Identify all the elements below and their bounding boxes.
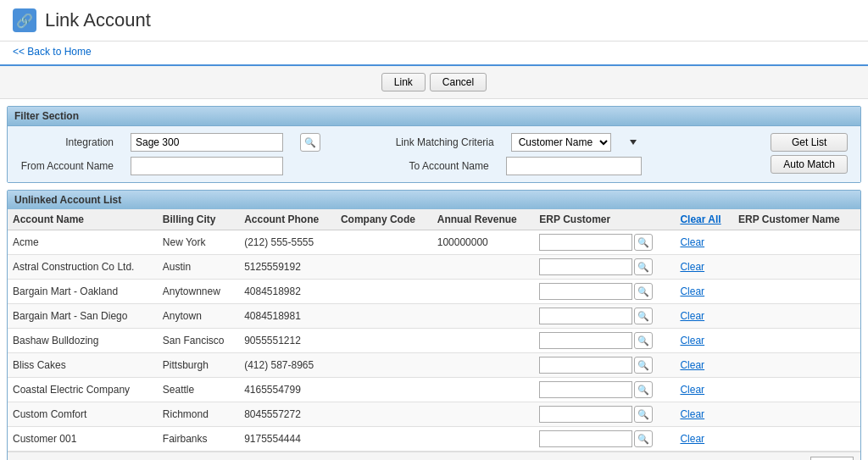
cell-annual-revenue [432,255,535,280]
to-account-input[interactable] [506,157,642,175]
cell-billing-city: Pittsburgh [158,353,239,378]
cell-company-code [336,427,432,452]
filter-section: Filter Section Integration 🔍 From Accoun… [7,106,861,183]
filter-body: Integration 🔍 From Account Name Link Mat… [8,126,860,182]
get-list-button[interactable]: Get List [771,133,848,152]
list-section-header: Unlinked Account List [8,191,860,209]
filter-actions: Get List Auto Match [771,133,848,174]
cell-erp-customer: 🔍 [534,255,675,280]
cell-annual-revenue [432,329,535,353]
erp-search-button-7[interactable]: 🔍 [634,406,653,423]
top-link-button[interactable]: Link [381,73,426,91]
accounts-table: Account Name Billing City Account Phone … [8,209,860,452]
erp-search-button-8[interactable]: 🔍 [634,430,653,447]
cell-account-name: Bliss Cakes [8,353,158,378]
cell-erp-customer-name [733,230,860,255]
cell-account-name: Astral Construction Co Ltd. [8,255,158,280]
cell-company-code [336,255,432,280]
erp-search-button-4[interactable]: 🔍 [634,332,653,349]
erp-customer-input-5[interactable] [539,357,632,374]
col-erp-customer-name: ERP Customer Name [733,209,860,230]
erp-customer-input-2[interactable] [539,283,632,300]
erp-search-button-3[interactable]: 🔍 [634,308,653,324]
clear-link-5[interactable]: Clear [680,359,704,371]
clear-link-4[interactable]: Clear [680,335,704,346]
cell-company-code [336,353,432,378]
page-size-select[interactable]: 10 25 50 100 [810,457,854,460]
cell-billing-city: New York [158,230,239,255]
erp-search-button-5[interactable]: 🔍 [634,357,653,374]
erp-customer-input-4[interactable] [539,332,632,349]
header-icon: 🔗 [13,8,36,32]
clear-link-8[interactable]: Clear [680,433,704,445]
table-row: Coastal Electric Company Seattle 4165554… [8,378,860,402]
erp-search-button-1[interactable]: 🔍 [634,258,653,275]
from-account-input[interactable] [131,157,283,175]
top-action-bar: Link Cancel [0,64,868,99]
erp-customer-input-6[interactable] [539,381,632,398]
col-clear-all: Clear All [675,209,733,230]
erp-customer-input-8[interactable] [539,430,632,447]
cell-account-phone: 4084518981 [239,304,336,329]
auto-match-button[interactable]: Auto Match [771,155,848,174]
erp-search-button-6[interactable]: 🔍 [634,381,653,398]
cell-clear: Clear [675,402,733,427]
integration-search-button[interactable]: 🔍 [300,133,320,152]
erp-customer-input-1[interactable] [539,258,632,275]
top-cancel-button[interactable]: Cancel [430,73,487,91]
cell-erp-customer-name [733,353,860,378]
cell-account-name: Bargain Mart - Oakland [8,280,158,304]
table-body: Acme New York (212) 555-5555 100000000 🔍… [8,230,860,452]
link-matching-select[interactable]: Customer Name Customer ID Account Name [511,133,611,152]
cell-clear: Clear [675,230,733,255]
clear-all-link[interactable]: Clear All [680,213,721,225]
cell-clear: Clear [675,353,733,378]
erp-customer-input-7[interactable] [539,406,632,423]
table-row: Customer 001 Fairbanks 9175554444 🔍 Clea… [8,427,860,452]
clear-link-3[interactable]: Clear [680,310,704,322]
cell-billing-city: Richmond [158,402,239,427]
cell-account-phone: 5125559192 [239,255,336,280]
erp-search-button-0[interactable]: 🔍 [634,234,653,251]
to-account-row: To Account Name [396,157,763,175]
page-header: 🔗 Link Account [0,0,868,42]
cell-erp-customer-name [733,304,860,329]
cell-erp-customer: 🔍 [534,280,675,304]
cell-erp-customer-name [733,402,860,427]
page-size-container: Page Size 10 25 50 100 [760,457,854,460]
erp-customer-input-0[interactable] [539,234,632,251]
back-to-home-link[interactable]: << Back to Home [13,46,92,58]
cell-account-phone: 8045557272 [239,402,336,427]
cell-annual-revenue [432,378,535,402]
cell-account-name: Coastal Electric Company [8,378,158,402]
cell-billing-city: Anytown [158,304,239,329]
erp-search-button-2[interactable]: 🔍 [634,283,653,300]
cell-account-phone: 4165554799 [239,378,336,402]
cell-annual-revenue [432,353,535,378]
cell-clear: Clear [675,255,733,280]
integration-input[interactable] [131,133,283,152]
dropdown-arrow-icon [630,140,637,145]
clear-link-1[interactable]: Clear [680,261,704,273]
col-account-name: Account Name [8,209,158,230]
cell-erp-customer-name [733,427,860,452]
clear-link-2[interactable]: Clear [680,285,704,297]
col-account-phone: Account Phone [239,209,336,230]
table-row: Bliss Cakes Pittsburgh (412) 587-8965 🔍 … [8,353,860,378]
cell-billing-city: Seattle [158,378,239,402]
cell-erp-customer: 🔍 [534,402,675,427]
cell-account-name: Bashaw Bulldozing [8,329,158,353]
cell-account-phone: 9175554444 [239,427,336,452]
clear-link-7[interactable]: Clear [680,408,704,420]
cell-annual-revenue [432,402,535,427]
cell-account-phone: (412) 587-8965 [239,353,336,378]
clear-link-0[interactable]: Clear [680,236,704,248]
cell-erp-customer-name [733,329,860,353]
clear-link-6[interactable]: Clear [680,384,704,396]
page-title: Link Account [45,9,151,31]
table-scroll-container[interactable]: Account Name Billing City Account Phone … [8,209,860,452]
integration-row: Integration 🔍 [20,133,387,152]
cell-billing-city: Austin [158,255,239,280]
erp-customer-input-3[interactable] [539,308,632,324]
cell-company-code [336,329,432,353]
